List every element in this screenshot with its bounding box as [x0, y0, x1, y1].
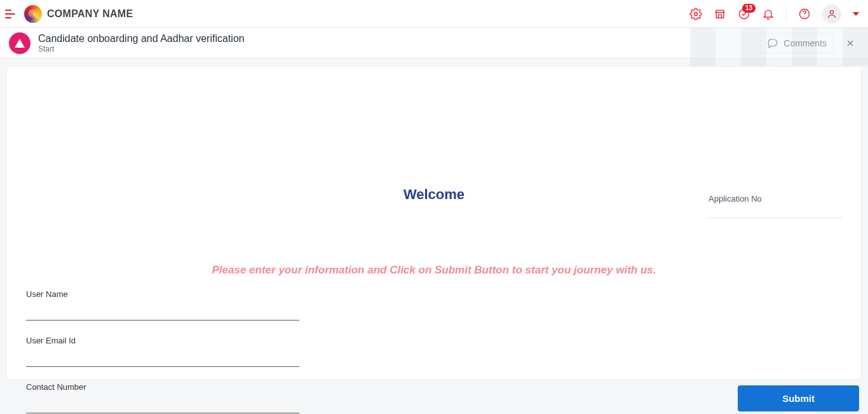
store-icon[interactable] — [714, 8, 726, 20]
backdrop-decoration — [690, 28, 868, 66]
contact-number-field: Contact Number — [26, 382, 299, 413]
nav-icons: 13 — [689, 4, 859, 24]
menu-toggle[interactable] — [5, 8, 18, 20]
user-name-label: User Name — [26, 289, 299, 299]
user-name-field: User Name — [26, 289, 299, 321]
user-menu-caret-icon[interactable] — [853, 12, 859, 16]
brand[interactable]: COMPANY NAME — [24, 5, 133, 23]
main-panel: Application No Welcome Please enter your… — [6, 66, 862, 380]
brand-logo-icon — [24, 5, 42, 23]
separator — [786, 7, 787, 21]
help-icon[interactable] — [798, 8, 811, 20]
process-subtitle: Start — [38, 45, 245, 53]
user-name-input[interactable] — [26, 310, 299, 321]
form-area: User Name User Email Id Contact Number — [26, 289, 299, 413]
submit-button[interactable]: Submit — [738, 385, 859, 411]
gear-icon[interactable] — [689, 8, 702, 20]
tasks-icon[interactable]: 13 — [738, 8, 750, 20]
instructions-text: Please enter your information and Click … — [22, 264, 846, 277]
application-no-underline — [709, 217, 842, 218]
user-email-field: User Email Id — [26, 336, 299, 367]
contact-number-label: Contact Number — [26, 382, 299, 392]
tasks-badge: 13 — [742, 4, 756, 13]
process-badge-icon — [9, 32, 31, 54]
application-no-label: Application No — [709, 194, 842, 204]
avatar[interactable] — [822, 4, 841, 24]
svg-point-3 — [804, 16, 804, 17]
process-title: Candidate onboarding and Aadhar verifica… — [38, 33, 245, 45]
svg-point-4 — [830, 10, 833, 13]
topnav: COMPANY NAME 13 — [0, 0, 868, 28]
process-titles: Candidate onboarding and Aadhar verifica… — [38, 33, 245, 53]
bell-icon[interactable] — [762, 8, 775, 20]
svg-point-0 — [695, 12, 698, 15]
brand-name: COMPANY NAME — [47, 8, 133, 20]
user-email-input[interactable] — [26, 357, 299, 367]
contact-number-input[interactable] — [26, 403, 299, 413]
user-email-label: User Email Id — [26, 336, 299, 345]
application-no-block: Application No — [709, 194, 842, 218]
